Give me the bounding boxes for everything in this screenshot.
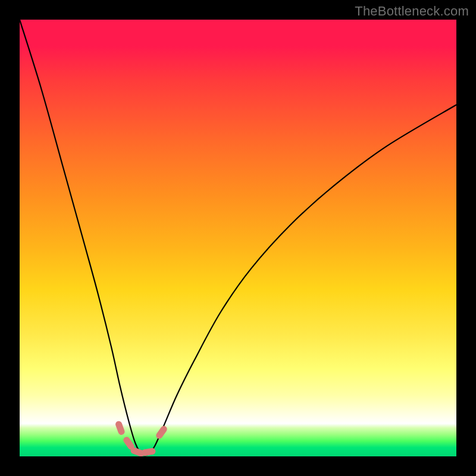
chart-frame: TheBottleneck.com — [0, 0, 476, 476]
marker-group — [115, 420, 168, 456]
curve-marker — [115, 420, 126, 436]
curve-marker — [141, 447, 156, 456]
bottleneck-curve — [20, 20, 456, 455]
chart-svg — [20, 20, 456, 456]
chart-plot-area — [20, 20, 456, 456]
watermark-text: TheBottleneck.com — [355, 4, 469, 19]
curve-marker — [155, 425, 168, 440]
